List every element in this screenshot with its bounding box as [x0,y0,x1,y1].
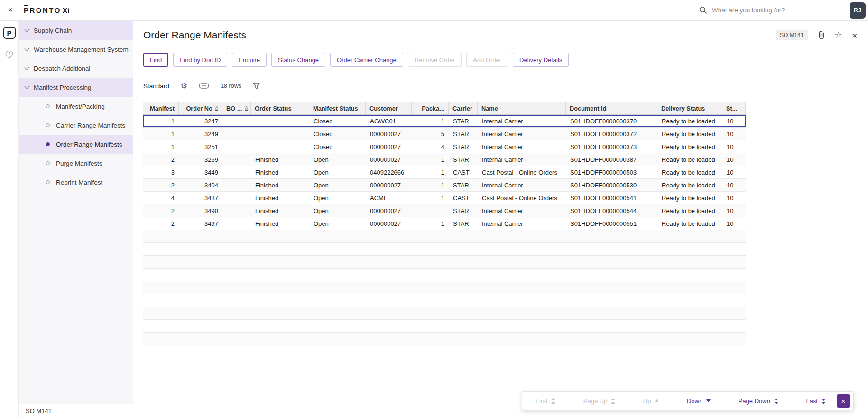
table-cell [251,128,309,140]
nav-button-label: Up [643,398,651,405]
column-header-customer[interactable]: Customer [366,102,412,114]
sidebar-item-reprint-manifest[interactable]: Reprint Manifest [19,173,133,192]
table-row[interactable]: 43487FinishedOpenACME1CASTCast Postal - … [143,192,746,204]
column-header-name[interactable]: Name [478,102,566,114]
column-header-order-status[interactable]: Order Status [251,102,309,114]
column-header-bo[interactable]: BO ...△ [222,102,251,114]
sidebar-item-manifest-packing[interactable]: Manifest/Packing [19,97,133,116]
sidebar-item-warehouse-management-system[interactable]: Warehouse Management System [19,40,133,59]
table-row[interactable]: 23269FinishedOpen0000000271STARInternal … [143,153,746,166]
search-icon[interactable] [699,6,707,14]
find-by-doc-id-button[interactable]: Find by Doc ID [173,53,227,67]
column-header-carrier[interactable]: Carrier [449,102,478,114]
table-cell: S01HDOFF0000000387 [566,153,657,166]
nav-last-button[interactable]: Last [806,398,826,405]
sort-asc-icon[interactable]: △ [245,106,248,111]
column-header-manifest-status[interactable]: Manifest Status [309,102,366,114]
column-header-label: Packa... [422,105,444,112]
table-cell: Closed [309,140,366,153]
filter-icon[interactable] [253,83,260,89]
column-header-label: Name [481,105,498,112]
sort-asc-icon[interactable]: △ [215,106,218,111]
table-cell: Internal Carrier [478,128,566,140]
table-cell: 10 [722,192,746,204]
nav-page-down-button[interactable]: Page Down [739,398,779,405]
column-header-order-no[interactable]: Order No△ [179,102,222,114]
table-cell: 10 [722,115,746,127]
order-carrier-change-button[interactable]: Order Carrier Change [330,53,403,67]
sidebar-subitem-label: Reprint Manifest [56,179,102,186]
table-cell: Ready to be loaded [657,140,722,153]
add-order-button: Add Order [466,53,508,67]
favorites-heart-icon[interactable]: ♡ [5,50,14,60]
bullet-icon [46,123,50,127]
table-cell: Finished [251,166,309,178]
table-cell: STAR [449,204,478,217]
table-cell: STAR [449,153,478,166]
column-header-label: Order No [186,105,212,112]
sidebar-item-despatch-additional[interactable]: Despatch Additional [19,59,133,78]
column-header-label: Carrier [452,105,472,112]
table-cell [222,140,251,153]
table-row[interactable]: 13247ClosedAGWC011STARInternal CarrierS0… [143,115,746,128]
table-row[interactable]: 13251Closed0000000274STARInternal Carrie… [143,140,746,153]
column-header-delivery-status[interactable]: Delivery Status [657,102,722,114]
sidebar-item-manifest-processing[interactable]: Manifest Processing [19,78,133,97]
nav-down-button[interactable]: Down [687,398,711,405]
column-header-st[interactable]: St... [722,102,746,114]
menu-close-button[interactable]: × [0,0,21,20]
view-tab-standard[interactable]: Standard [143,83,169,90]
table-cell: 3487 [179,192,222,204]
column-header-document-id[interactable]: Document Id [566,102,657,114]
sidebar-item-supply-chain[interactable]: Supply Chain [19,21,133,40]
user-avatar[interactable]: RJ [850,2,866,19]
chevron-down-icon [25,46,29,51]
table-cell [222,115,251,127]
table-cell: ACME [366,192,412,204]
table-cell: 10 [722,166,746,178]
column-header-manifest[interactable]: Manifest [143,102,179,114]
table-row[interactable]: 23404FinishedOpen0000000271STARInternal … [143,179,746,192]
table-cell: Open [309,217,366,230]
column-header-label: Manifest Status [313,105,358,112]
table-row[interactable]: 23497FinishedOpen0000000271STARInternal … [143,217,746,230]
nav-button-label: Down [687,398,702,405]
sidebar-item-label: Warehouse Management System [34,46,129,53]
table-row[interactable]: 13249Closed0000000275STARInternal Carrie… [143,128,746,140]
table-cell: Finished [251,153,309,166]
paperclip-icon[interactable] [818,31,825,39]
pronto-p-icon[interactable]: P [3,27,16,39]
page-close-button[interactable]: × [852,30,858,40]
collapse-pill-icon[interactable] [199,83,209,89]
enquire-button[interactable]: Enquire [232,53,267,67]
table-cell: Internal Carrier [478,204,566,217]
find-button[interactable]: Find [143,53,168,67]
table-row[interactable]: 23490FinishedOpen000000027STARInternal C… [143,204,746,217]
down-icon [706,399,711,403]
sidebar-item-order-range-manifests[interactable]: Order Range Manifests [19,135,133,154]
table-cell: Ready to be loaded [657,128,722,140]
delivery-details-button[interactable]: Delivery Details [513,53,569,67]
selected-bullet-icon [46,142,50,146]
bullet-icon [46,104,50,108]
global-search-input[interactable] [712,7,831,14]
favorite-star-icon[interactable]: ☆ [835,31,842,39]
status-change-button[interactable]: Status Change [271,53,325,67]
pager-close-button[interactable]: × [837,394,850,408]
table-cell: Open [309,153,366,166]
app-window: × PRONTOXi RJ P ♡ Supply ChainWarehouse … [0,0,868,418]
chevron-down-icon [25,84,29,89]
table-row[interactable]: 33449FinishedOpen04092226661CASTCast Pos… [143,166,746,179]
table-cell: 10 [722,128,746,140]
empty-row [143,281,746,294]
table-cell: Closed [309,115,366,127]
grid-toolbar: Standard ⚙ 18 rows [143,79,868,93]
table-cell: 5 [412,128,449,140]
sidebar-item-carrier-range-manifests[interactable]: Carrier Range Manifests [19,116,133,135]
settings-gear-icon[interactable]: ⚙ [181,82,187,90]
table-cell: CAST [449,192,478,204]
sidebar-item-purge-manifests[interactable]: Purge Manifests [19,154,133,173]
column-header-packa[interactable]: Packa... [412,102,449,114]
title-actions: SO M141 ☆ × [776,30,858,40]
logo-text: PRONTO [24,6,61,14]
